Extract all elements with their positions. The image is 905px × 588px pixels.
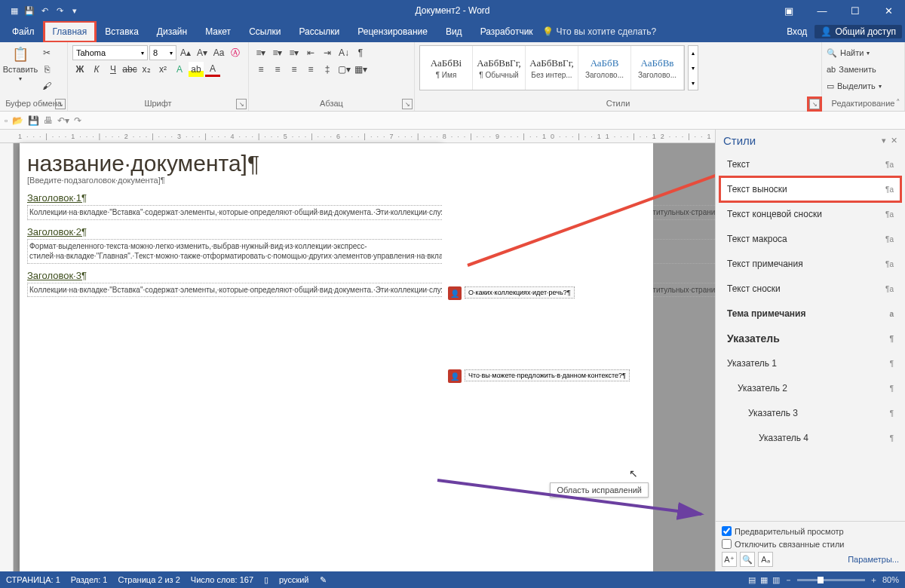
sort-icon[interactable]: A↓ bbox=[336, 45, 351, 60]
tell-me[interactable]: 💡 Что вы хотите сделать? bbox=[542, 21, 657, 42]
font-color-icon[interactable]: A bbox=[205, 62, 220, 77]
undo2-icon[interactable]: ↶▾ bbox=[57, 115, 69, 126]
gallery-up-icon[interactable]: ▴ bbox=[689, 50, 698, 57]
vertical-ruler[interactable] bbox=[0, 143, 14, 571]
italic-icon[interactable]: К bbox=[89, 62, 104, 77]
undo-icon[interactable]: ↶ bbox=[38, 6, 51, 16]
redo-icon[interactable]: ↷ bbox=[53, 6, 66, 16]
redo2-icon[interactable]: ↷ bbox=[74, 115, 81, 126]
ribbon-display-icon[interactable]: ▣ bbox=[772, 0, 805, 21]
style-gallery-item[interactable]: АаБбВі¶ Имя bbox=[420, 46, 473, 90]
font-launcher[interactable]: ↘ bbox=[236, 99, 247, 109]
shrink-font-icon[interactable]: A▾ bbox=[195, 45, 210, 60]
replace-button[interactable]: abЗаменить bbox=[827, 62, 876, 77]
superscript-icon[interactable]: x² bbox=[155, 62, 170, 77]
align-right-icon[interactable]: ≡ bbox=[287, 62, 302, 77]
qat-more-icon[interactable]: ▾ bbox=[68, 6, 81, 16]
subscript-icon[interactable]: x₂ bbox=[139, 62, 154, 77]
align-left-icon[interactable]: ≡ bbox=[253, 62, 268, 77]
font-size-combo[interactable]: 8▾ bbox=[149, 45, 176, 60]
tab-review[interactable]: Рецензирование bbox=[348, 21, 437, 42]
status-section[interactable]: Раздел: 1 bbox=[71, 575, 108, 584]
highlight-icon[interactable]: ab bbox=[189, 62, 204, 77]
grow-font-icon[interactable]: A▴ bbox=[178, 45, 193, 60]
style-list-item[interactable]: Тема примечанияa bbox=[720, 302, 900, 326]
select-button[interactable]: ▭Выделить▾ bbox=[827, 78, 882, 93]
close-button[interactable]: ✕ bbox=[872, 0, 905, 21]
line-spacing-icon[interactable]: ‡ bbox=[320, 62, 335, 77]
tab-home[interactable]: Главная bbox=[44, 21, 97, 42]
bullets-icon[interactable]: ≡▾ bbox=[253, 45, 268, 60]
zoom-slider[interactable] bbox=[797, 579, 865, 581]
save2-icon[interactable]: 💾 bbox=[28, 115, 39, 126]
signin-link[interactable]: Вход bbox=[787, 26, 807, 37]
clear-format-icon[interactable]: Ⓐ bbox=[228, 45, 243, 60]
text-effects-icon[interactable]: A bbox=[172, 62, 187, 77]
disable-linked-check[interactable] bbox=[722, 539, 732, 549]
decrease-indent-icon[interactable]: ⇤ bbox=[303, 45, 318, 60]
style-inspector-icon[interactable]: 🔍 bbox=[740, 552, 755, 567]
blank-icon[interactable]: ▫ bbox=[5, 115, 8, 126]
clipboard-launcher[interactable]: ↘ bbox=[55, 99, 66, 109]
style-list-item[interactable]: Текст сноски¶a bbox=[720, 277, 900, 301]
print-icon[interactable]: 🖶 bbox=[44, 115, 53, 126]
web-layout-icon[interactable]: ▥ bbox=[772, 575, 780, 585]
zoom-out-icon[interactable]: － bbox=[784, 574, 793, 586]
style-list-item[interactable]: Указатель¶ bbox=[720, 326, 900, 351]
manage-styles-icon[interactable]: Aₐ bbox=[758, 552, 773, 567]
style-list-item[interactable]: Указатель 2¶ bbox=[720, 376, 900, 400]
comment-2[interactable]: 👤 Что·вы·можете·предложить·в·данном·конт… bbox=[448, 369, 630, 383]
track-changes-icon[interactable]: ✎ bbox=[320, 575, 327, 585]
style-list-item[interactable]: Текст примечания¶a bbox=[720, 252, 900, 276]
status-lang[interactable]: русский bbox=[279, 575, 308, 584]
tab-view[interactable]: Вид bbox=[437, 21, 471, 42]
borders-icon[interactable]: ▦▾ bbox=[353, 62, 368, 77]
style-list-item[interactable]: Указатель 3¶ bbox=[720, 401, 900, 425]
maximize-button[interactable]: ☐ bbox=[839, 0, 872, 21]
cut-icon[interactable]: ✂ bbox=[39, 45, 54, 60]
style-gallery-item[interactable]: АаБбВЗаголово... bbox=[578, 46, 631, 90]
pane-close-icon[interactable]: ✕ bbox=[891, 136, 897, 145]
style-list-item[interactable]: Текст¶a bbox=[720, 152, 900, 176]
strike-icon[interactable]: abc bbox=[122, 62, 137, 77]
zoom-in-icon[interactable]: ＋ bbox=[870, 574, 878, 586]
justify-icon[interactable]: ≡ bbox=[303, 62, 318, 77]
tab-insert[interactable]: Вставка bbox=[96, 21, 148, 42]
find-button[interactable]: 🔍Найти▾ bbox=[827, 45, 870, 60]
gallery-down-icon[interactable]: ▾ bbox=[689, 65, 698, 72]
pane-dropdown-icon[interactable]: ▾ bbox=[882, 136, 886, 145]
change-case-icon[interactable]: Aa bbox=[211, 45, 226, 60]
open-icon[interactable]: 📂 bbox=[12, 115, 23, 126]
print-layout-icon[interactable]: ▦ bbox=[760, 575, 768, 585]
styles-gallery[interactable]: АаБбВі¶ ИмяАаБбВвГг,¶ ОбычныйАаБбВвГг,Бе… bbox=[419, 45, 685, 90]
shading-icon[interactable]: ▢▾ bbox=[336, 62, 351, 77]
align-center-icon[interactable]: ≡ bbox=[270, 62, 285, 77]
tab-layout[interactable]: Макет bbox=[196, 21, 240, 42]
preview-checkbox[interactable]: Предварительный просмотр bbox=[722, 526, 899, 536]
styles-list[interactable]: Текст¶aТекст выноски¶aТекст концевой сно… bbox=[716, 151, 905, 521]
style-list-item[interactable]: Указатель 1¶ bbox=[720, 351, 900, 375]
style-list-item[interactable]: Текст выноски¶a bbox=[720, 177, 900, 201]
share-button[interactable]: 👤 Общий доступ bbox=[814, 25, 902, 38]
style-list-item[interactable]: Указатель 4¶ bbox=[720, 426, 900, 450]
read-mode-icon[interactable]: ▤ bbox=[748, 575, 756, 585]
save-icon[interactable]: 💾 bbox=[23, 6, 36, 16]
new-style-icon[interactable]: A⁺ bbox=[722, 552, 737, 567]
status-pages[interactable]: Страница 2 из 2 bbox=[118, 575, 179, 584]
tab-developer[interactable]: Разработчик bbox=[471, 21, 542, 42]
copy-icon[interactable]: ⎘ bbox=[39, 62, 54, 77]
show-marks-icon[interactable]: ¶ bbox=[353, 45, 368, 60]
paragraph-launcher[interactable]: ↘ bbox=[402, 99, 413, 109]
paste-button[interactable]: 📋 Вставить ▾ bbox=[5, 45, 36, 82]
minimize-button[interactable]: — bbox=[805, 0, 839, 21]
multilevel-icon[interactable]: ≡▾ bbox=[287, 45, 302, 60]
disable-linked-checkbox[interactable]: Отключить связанные стили bbox=[722, 539, 899, 549]
style-gallery-item[interactable]: АаБбВвЗаголово... bbox=[631, 46, 684, 90]
increase-indent-icon[interactable]: ⇥ bbox=[320, 45, 335, 60]
options-link[interactable]: Параметры... bbox=[848, 555, 899, 564]
styles-launcher[interactable]: ↘ bbox=[809, 99, 820, 109]
style-gallery-item[interactable]: АаБбВвГг,¶ Обычный bbox=[473, 46, 526, 90]
collapse-ribbon-icon[interactable]: ˄ bbox=[896, 98, 900, 108]
style-list-item[interactable]: Текст концевой сноски¶a bbox=[720, 202, 900, 226]
underline-icon[interactable]: Ч bbox=[106, 62, 121, 77]
